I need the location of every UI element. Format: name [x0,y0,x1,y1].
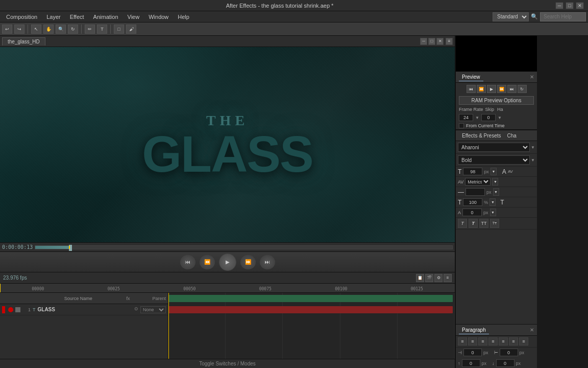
font-style-select[interactable]: Bold [458,155,530,165]
prev-step-back-button[interactable]: ⏪ [477,85,486,93]
close-button[interactable]: ✕ [576,2,584,9]
grid-col-4 [398,293,455,359]
italic-button[interactable]: T [458,219,467,228]
justify-center-button[interactable]: ≡ [499,337,508,346]
comp-maximize-button[interactable]: □ [428,38,435,45]
menu-animation[interactable]: Animation [89,13,122,21]
go-to-start-button[interactable]: ⏮ [180,255,195,269]
font-family-select[interactable]: Aharoni [458,143,530,152]
menu-effect[interactable]: Effect [66,13,88,21]
character-tab-label[interactable]: Cha [504,132,520,140]
justify-right-button[interactable]: ≡ [509,337,518,346]
brush-tool[interactable]: 🖌 [126,25,136,34]
caps-button[interactable]: TT [479,219,488,228]
indent-right-input[interactable] [500,349,518,356]
frame-rate-inputs-row: ▼ ▼ [456,113,537,122]
prev-play-button[interactable]: ▶ [487,85,496,93]
menu-composition[interactable]: Composition [2,13,41,21]
composition-viewer[interactable]: THE GLASS [0,47,455,242]
zoom-tool[interactable]: 🔍 [56,25,66,34]
timeline-tool-2[interactable]: 🎬 [425,274,433,282]
workspace-select[interactable]: Standard [493,12,529,21]
prev-go-start-button[interactable]: ⏮ [467,85,476,93]
toggle-switches-bar[interactable]: Toggle Switches / Modes [0,359,455,368]
text-tool[interactable]: T [97,25,107,34]
frame-rate-input[interactable] [459,114,473,121]
leading-dropdown[interactable]: ▼ [493,188,499,196]
menu-layer[interactable]: Layer [42,13,65,21]
timeline-tool-1[interactable]: 📋 [416,274,424,282]
step-forward-button[interactable]: ⏩ [240,255,256,269]
menu-view[interactable]: View [124,13,144,21]
skip-dropdown[interactable]: ▼ [498,116,502,120]
paragraph-tab-label[interactable]: Paragraph [459,326,489,334]
minimize-button[interactable]: ─ [555,2,564,9]
comp-minimize-button[interactable]: ─ [420,38,427,45]
comp-close-button[interactable]: ✕ [436,38,444,45]
layer-solo-button[interactable] [8,307,13,312]
tracking-method-select[interactable]: Metrics [465,178,491,186]
layer-bar-red[interactable] [168,306,453,313]
justify-all-button[interactable]: ≡ [519,337,528,346]
skip-input[interactable] [481,114,496,121]
align-left-button[interactable]: ≡ [458,337,467,346]
menu-help[interactable]: Help [174,13,193,21]
paragraph-close-button[interactable]: ✕ [530,327,534,333]
preview-tab[interactable]: Preview [459,73,483,81]
pen-tool[interactable]: ✏ [85,25,95,34]
leading-input[interactable] [465,188,485,196]
ram-preview-options-button[interactable]: RAM Preview Options [459,96,534,105]
align-center-button[interactable]: ≡ [468,337,477,346]
timeline-tool-3[interactable]: ⚙ [434,274,443,282]
space-before-input[interactable] [462,359,480,367]
timeline-scrubber[interactable] [35,245,453,249]
preview-close-button[interactable]: ✕ [530,74,534,80]
from-current-time-checkbox[interactable] [459,123,464,128]
grid-col-2 [283,293,340,359]
small-caps-button[interactable]: Tᴛ [490,219,499,228]
bold-italic-button[interactable]: T [469,219,478,228]
prev-step-forward-button[interactable]: ⏩ [497,85,506,93]
comp-panel-menu[interactable]: ≡ [446,38,453,45]
play-button[interactable]: ▶ [219,254,236,271]
frame-rate-dropdown[interactable]: ▼ [475,116,479,120]
prev-go-end-button[interactable]: ⏭ [507,85,517,93]
layer-visibility-button[interactable] [15,307,20,312]
layer-parent-select[interactable]: None [140,306,166,313]
maximize-button[interactable]: □ [566,2,574,9]
space-after-input[interactable] [496,359,514,367]
baseline-row: A px ▼ [456,208,537,218]
baseline-dropdown[interactable]: ▼ [490,209,496,216]
effects-presets-tab-label[interactable]: Effects & Presets [459,132,504,140]
tracking-dropdown[interactable]: ▼ [492,178,498,186]
hand-tool[interactable]: ✋ [43,25,54,34]
align-right-button[interactable]: ≡ [478,337,487,346]
fps-display: 23.976 fps [3,275,27,281]
undo-button[interactable]: ↩ [2,25,12,34]
step-back-button[interactable]: ⏪ [200,255,215,269]
redo-button[interactable]: ↪ [14,25,24,34]
justify-left-button[interactable]: ≡ [488,337,498,346]
table-row[interactable]: 1 T GLASS ⊙ None [0,304,168,315]
selection-tool[interactable]: ↖ [31,25,41,34]
font-size-input[interactable] [463,168,482,175]
search-input[interactable] [540,12,586,21]
indent-left-input[interactable] [463,349,482,356]
scale-h-input[interactable] [463,198,482,206]
go-to-end-button[interactable]: ⏭ [260,255,275,269]
layer-bar-green[interactable] [168,295,453,302]
font-size-dropdown[interactable]: ▼ [491,168,497,175]
shape-tool[interactable]: □ [114,25,124,34]
rotate-tool[interactable]: ↻ [68,25,78,34]
prev-loop-button[interactable]: ↻ [518,85,527,93]
baseline-input[interactable] [462,209,482,216]
paragraph-indent-row-1: ⊣ px ⊢ px [456,348,537,357]
comp-tab[interactable]: the_glass_HD [2,37,45,45]
space-after-label: ↓ [492,361,495,366]
leading-row: — px ▼ [456,187,537,197]
timeline-tool-options[interactable]: ≡ [444,274,452,282]
menu-window[interactable]: Window [144,13,173,21]
ruler-label-1: 00025 [76,287,152,291]
scale-h-dropdown[interactable]: ▼ [489,198,496,206]
space-before-unit: px [482,361,487,366]
